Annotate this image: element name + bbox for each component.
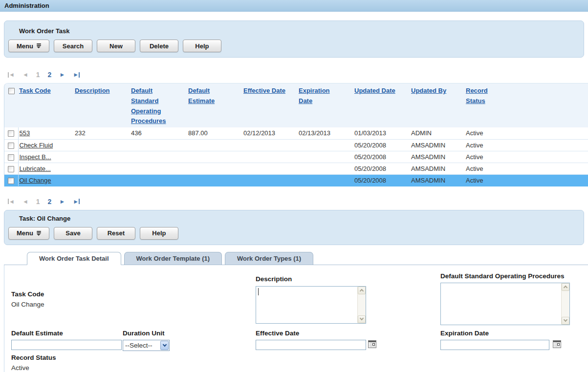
previous-page-icon[interactable]: ◄ xyxy=(22,72,28,78)
cell-sop xyxy=(130,151,187,163)
menu-button[interactable]: Menu xyxy=(8,227,49,240)
default-sop-textarea[interactable] xyxy=(440,283,570,325)
sort-default-sop[interactable]: Default Standard Operating Procedures xyxy=(131,86,174,126)
first-page-icon[interactable]: ◄ xyxy=(8,199,15,205)
task-code-link[interactable]: Check Fluid xyxy=(20,142,53,149)
task-table-body: 553232436887.0002/12/201302/13/201301/03… xyxy=(4,127,588,186)
row-checkbox[interactable] xyxy=(8,178,14,184)
next-page-icon[interactable]: ► xyxy=(59,199,65,205)
row-checkbox[interactable] xyxy=(8,130,14,137)
next-page-icon[interactable]: ► xyxy=(59,72,65,78)
cell-effective-date xyxy=(242,163,298,174)
work-order-task-detail-form: Task Code Oil Change Description Default… xyxy=(4,265,588,372)
cell-estimate xyxy=(187,151,242,163)
duration-unit-select[interactable]: --Select-- xyxy=(123,340,170,351)
save-button[interactable]: Save xyxy=(54,227,92,240)
table-row[interactable]: Oil Change05/20/2008AMSADMINActive xyxy=(4,174,588,186)
cell-description xyxy=(74,163,130,174)
task-code-link[interactable]: 553 xyxy=(20,129,30,137)
expiration-date-input[interactable] xyxy=(440,340,549,350)
cell-estimate: 887.00 xyxy=(187,127,242,139)
duration-unit-label: Duration Unit xyxy=(123,330,165,337)
reset-button[interactable]: Reset xyxy=(97,227,135,240)
table-row[interactable]: Lubricate...05/20/2008AMSADMINActive xyxy=(4,163,588,174)
panel-title: Task: Oil Change xyxy=(8,215,584,222)
sort-default-estimate[interactable]: Default Estimate xyxy=(188,86,231,106)
sort-record-status[interactable]: Record Status xyxy=(466,86,509,106)
cell-status: Active xyxy=(465,174,588,186)
scrollbar[interactable] xyxy=(561,283,569,325)
cell-estimate xyxy=(187,139,242,151)
sort-effective-date[interactable]: Effective Date xyxy=(243,86,285,96)
cell-status: Active xyxy=(465,127,588,139)
calendar-icon[interactable] xyxy=(368,340,376,348)
last-page-icon[interactable]: ► xyxy=(73,199,80,205)
cell-task-code: Inspect B... xyxy=(18,151,74,163)
default-estimate-label: Default Estimate xyxy=(11,330,63,337)
cell-expiration-date xyxy=(298,139,353,151)
search-button[interactable]: Search xyxy=(54,40,92,52)
cell-expiration-date: 02/13/2013 xyxy=(298,127,353,139)
cell-description: 232 xyxy=(74,127,130,139)
cell-expiration-date xyxy=(298,174,353,186)
text-cursor xyxy=(258,288,259,295)
row-checkbox[interactable] xyxy=(8,154,14,161)
cell-task-code: Check Fluid xyxy=(18,139,74,151)
menu-button[interactable]: Menu xyxy=(8,40,49,52)
row-checkbox[interactable] xyxy=(8,166,14,172)
cell-effective-date xyxy=(242,174,298,186)
chevron-down-icon[interactable] xyxy=(160,341,169,350)
sort-updated-by[interactable]: Updated By xyxy=(411,86,446,96)
cell-updated-by: ADMIN xyxy=(410,127,465,139)
scroll-down-icon[interactable] xyxy=(562,317,569,325)
sort-task-code[interactable]: Task Code xyxy=(19,86,51,96)
table-row[interactable]: 553232436887.0002/12/201302/13/201301/03… xyxy=(4,127,588,139)
description-label: Description xyxy=(256,275,292,283)
select-all-checkbox[interactable] xyxy=(8,88,15,94)
task-code-link[interactable]: Oil Change xyxy=(20,177,51,184)
tab-work-order-types[interactable]: Work Order Types (1) xyxy=(225,252,313,265)
help-button[interactable]: Help xyxy=(183,40,221,52)
cell-estimate xyxy=(187,163,242,174)
tab-work-order-template[interactable]: Work Order Template (1) xyxy=(124,252,222,265)
task-code-label: Task Code xyxy=(11,290,44,298)
description-textarea[interactable] xyxy=(256,286,366,324)
row-checkbox[interactable] xyxy=(8,143,14,149)
page-number-current: 1 xyxy=(36,198,40,206)
panel-title: Work Order Task xyxy=(8,27,584,35)
tab-work-order-task-detail[interactable]: Work Order Task Detail xyxy=(27,252,121,265)
scroll-down-icon[interactable] xyxy=(358,315,366,323)
help-button[interactable]: Help xyxy=(140,227,178,240)
toolbar: Menu Search New Delete Help xyxy=(8,40,584,52)
cell-status: Active xyxy=(465,139,588,151)
cell-updated-date: 05/20/2008 xyxy=(353,163,410,174)
effective-date-input[interactable] xyxy=(256,340,366,350)
task-code-link[interactable]: Inspect B... xyxy=(20,153,51,161)
delete-button[interactable]: Delete xyxy=(140,40,178,52)
cell-sop: 436 xyxy=(130,127,187,139)
scroll-up-icon[interactable] xyxy=(358,287,366,294)
cell-task-code: 553 xyxy=(18,127,74,139)
sort-updated-date[interactable]: Updated Date xyxy=(354,86,395,96)
record-status-label: Record Status xyxy=(11,354,56,361)
table-row[interactable]: Check Fluid05/20/2008AMSADMINActive xyxy=(4,139,588,151)
scroll-up-icon[interactable] xyxy=(562,283,569,291)
default-estimate-input[interactable] xyxy=(11,340,122,350)
page-number-current: 1 xyxy=(36,71,40,79)
work-order-task-panel: Work Order Task Menu Search New Delete H… xyxy=(4,21,584,58)
new-button[interactable]: New xyxy=(97,40,135,52)
table-row[interactable]: Inspect B...05/20/2008AMSADMINActive xyxy=(4,151,588,163)
cell-task-code: Oil Change xyxy=(18,174,74,186)
previous-page-icon[interactable]: ◄ xyxy=(22,199,28,205)
sort-expiration-date[interactable]: Expiration Date xyxy=(299,86,342,106)
task-table-container: Task Code Description Default Standard O… xyxy=(4,83,588,186)
calendar-icon[interactable] xyxy=(553,340,561,348)
page-number-link[interactable]: 2 xyxy=(48,71,52,79)
scrollbar[interactable] xyxy=(357,287,366,323)
task-code-value: Oil Change xyxy=(11,301,44,308)
first-page-icon[interactable]: ◄ xyxy=(8,72,15,78)
last-page-icon[interactable]: ► xyxy=(73,72,80,78)
sort-description[interactable]: Description xyxy=(75,86,110,96)
task-code-link[interactable]: Lubricate... xyxy=(20,165,51,172)
page-number-link[interactable]: 2 xyxy=(48,198,52,206)
